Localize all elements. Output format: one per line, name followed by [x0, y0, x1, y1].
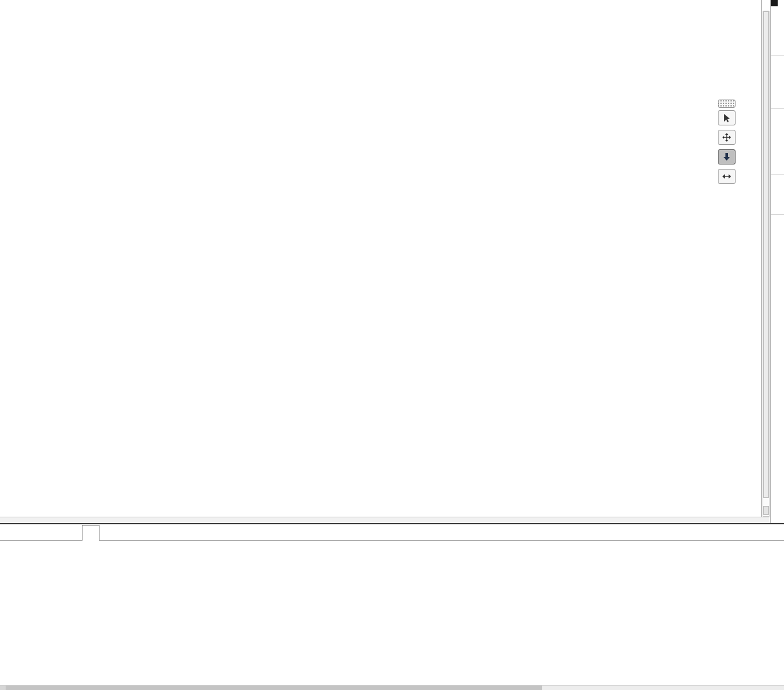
scroll-down-button[interactable]	[763, 506, 769, 515]
horizontal-scrollbar-thumb[interactable]	[6, 686, 542, 690]
sidebar-divider	[771, 214, 784, 215]
toolbar-drag-handle[interactable]	[718, 100, 736, 108]
zoom-tool-button[interactable]	[718, 149, 736, 164]
vertical-scrollbar[interactable]	[763, 11, 770, 517]
details-tabbar	[0, 524, 784, 541]
timing-tool-button[interactable]	[718, 169, 736, 184]
sidebar-divider	[771, 174, 784, 175]
select-tool-button[interactable]	[718, 110, 736, 125]
pan-move-icon	[722, 133, 731, 142]
trace-toolbar	[718, 100, 737, 188]
vertical-scrollbar-thumb[interactable]	[763, 11, 769, 498]
zoom-arrow-icon	[722, 152, 731, 161]
sidebar-divider	[771, 55, 784, 56]
sidebar-cap	[771, 0, 778, 6]
tab-slice[interactable]	[82, 525, 99, 541]
pan-tool-button[interactable]	[718, 130, 736, 145]
sidebar-tabs	[770, 0, 784, 524]
scroll-left-button[interactable]	[0, 686, 6, 690]
details-panel	[0, 524, 784, 685]
horizontal-scrollbar[interactable]	[0, 685, 784, 690]
select-cursor-icon	[722, 113, 731, 122]
trace-viewer	[0, 0, 762, 517]
sidebar-divider	[771, 108, 784, 109]
timing-resize-icon	[722, 172, 731, 181]
